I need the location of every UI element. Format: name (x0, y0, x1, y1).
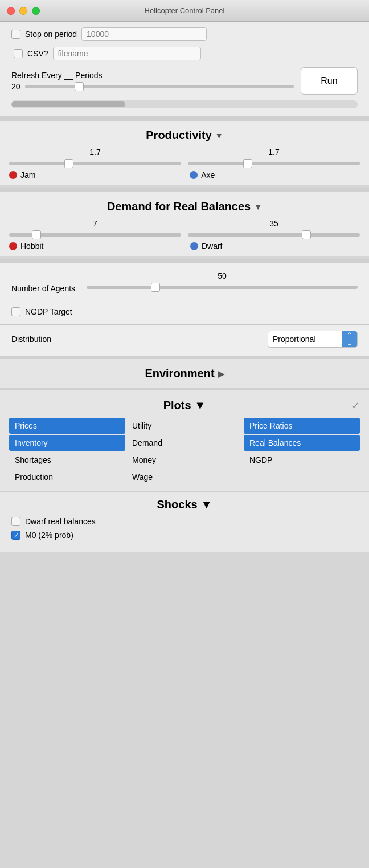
stop-on-period-label: Stop on period (25, 30, 77, 39)
hobbit-label: Hobbit (20, 242, 43, 251)
divider-1 (0, 116, 369, 121)
jam-slider-item: 1.7 (9, 148, 181, 167)
plot-item-money[interactable]: Money (126, 452, 243, 468)
plot-item-demand[interactable]: Demand (126, 435, 243, 451)
productivity-header: Productivity ▼ (0, 121, 369, 148)
m0-checkbox[interactable] (11, 531, 20, 540)
jam-dot (9, 171, 17, 179)
axe-label: Axe (201, 170, 215, 180)
hobbit-dot (9, 242, 17, 250)
ngdp-row: NGDP Target (0, 301, 369, 324)
scrollbar[interactable] (11, 100, 358, 108)
plot-item-production[interactable]: Production (9, 469, 125, 485)
productivity-legend: Jam Axe (9, 170, 360, 180)
ngdp-label: NGDP Target (25, 307, 72, 316)
environment-title: Environment (145, 367, 214, 380)
distribution-select-arrow-icon: ⌃⌄ (342, 331, 357, 347)
jam-value: 1.7 (9, 148, 181, 157)
agents-row: Number of Agents 50 (11, 271, 358, 293)
plot-item-prices[interactable]: Prices (9, 418, 125, 434)
demand-sliders: 7 35 Hobbit Dwarf (0, 219, 369, 256)
refresh-label: Refresh Every __ Periods (11, 71, 294, 80)
shocks-section: Shocks ▼ Dwarf real balances M0 (2% prob… (0, 492, 369, 552)
demand-slider-row: 7 35 (9, 219, 360, 238)
stop-on-period-checkbox[interactable] (11, 30, 20, 39)
window-title: Helicopter Control Panel (145, 6, 225, 15)
jam-legend: Jam (9, 170, 35, 180)
dwarf-balances-checkbox[interactable] (11, 517, 20, 526)
dwarf-slider-item: 35 (188, 219, 360, 238)
distribution-label: Distribution (11, 335, 51, 344)
refresh-row: Refresh Every __ Periods 20 Run (11, 67, 358, 95)
dwarf-label: Dwarf (202, 242, 223, 251)
productivity-sliders: 1.7 1.7 Jam Axe (0, 148, 369, 185)
plot-item-wage[interactable]: Wage (126, 469, 243, 485)
shocks-arrow-icon[interactable]: ▼ (201, 498, 212, 511)
plot-item-utility[interactable]: Utility (126, 418, 243, 434)
plots-grid: Prices Utility Price Ratios Inventory De… (9, 418, 360, 485)
jam-label: Jam (20, 170, 35, 180)
csv-row: CSV? (11, 47, 358, 60)
agents-label: Number of Agents (11, 271, 75, 293)
refresh-value: 20 (11, 82, 20, 91)
agents-section: Number of Agents 50 (0, 263, 369, 301)
dwarf-slider[interactable] (188, 233, 360, 237)
axe-slider[interactable] (188, 162, 360, 165)
environment-section: Environment ▶ (0, 359, 369, 388)
stop-on-period-input[interactable] (81, 27, 207, 41)
agents-value: 50 (87, 271, 358, 280)
environment-header: Environment ▶ (11, 367, 358, 380)
plots-arrow-icon[interactable]: ▼ (195, 399, 206, 412)
plot-item-empty (244, 469, 360, 485)
ngdp-checkbox[interactable] (11, 307, 20, 316)
demand-legend: Hobbit Dwarf (9, 242, 360, 251)
demand-section: Demand for Real Balances ▼ 7 35 Hobbit D… (0, 192, 369, 256)
shock-row-m0: M0 (2% prob) (11, 531, 358, 540)
hobbit-slider-item: 7 (9, 219, 181, 238)
distribution-select-wrap: Proportional Equal Random ⌃⌄ (268, 331, 358, 348)
plot-item-ngdp[interactable]: NGDP (244, 452, 360, 468)
refresh-slider[interactable] (25, 85, 294, 88)
environment-arrow-icon[interactable]: ▶ (218, 369, 224, 378)
hobbit-slider[interactable] (9, 233, 181, 237)
divider-3 (0, 259, 369, 263)
plots-title: Plots (163, 399, 191, 412)
plot-item-shortages[interactable]: Shortages (9, 452, 125, 468)
productivity-slider-row: 1.7 1.7 (9, 148, 360, 167)
productivity-title: Productivity (146, 129, 212, 142)
agents-slider[interactable] (87, 286, 358, 289)
jam-slider[interactable] (9, 162, 181, 165)
run-button[interactable]: Run (301, 67, 358, 95)
title-bar: Helicopter Control Panel (0, 0, 369, 22)
scrollbar-thumb (11, 101, 125, 107)
minimize-button[interactable] (19, 7, 27, 15)
demand-title: Demand for Real Balances (107, 200, 251, 213)
close-button[interactable] (7, 7, 15, 15)
plot-item-inventory[interactable]: Inventory (9, 435, 125, 451)
dwarf-dot (190, 242, 198, 250)
plots-header: Plots ▼ ✓ (9, 396, 360, 415)
dwarf-balances-label: Dwarf real balances (25, 517, 96, 526)
csv-checkbox[interactable] (14, 49, 23, 58)
axe-slider-item: 1.7 (188, 148, 360, 167)
divider-2 (0, 188, 369, 192)
shocks-header: Shocks ▼ (11, 498, 358, 511)
plots-title-wrap: Plots ▼ (163, 399, 206, 412)
agents-slider-wrap: 50 (87, 271, 358, 291)
plot-item-real-balances[interactable]: Real Balances (244, 435, 360, 451)
axe-dot (190, 171, 198, 179)
distribution-select[interactable]: Proportional Equal Random (268, 332, 342, 346)
demand-header: Demand for Real Balances ▼ (0, 192, 369, 219)
plots-section: Plots ▼ ✓ Prices Utility Price Ratios In… (0, 390, 369, 491)
demand-arrow-icon[interactable]: ▼ (254, 202, 262, 211)
productivity-section: Productivity ▼ 1.7 1.7 Jam Axe (0, 121, 369, 185)
csv-label: CSV? (27, 49, 48, 58)
csv-input[interactable] (53, 47, 201, 60)
plot-item-price-ratios[interactable]: Price Ratios (244, 418, 360, 434)
productivity-arrow-icon[interactable]: ▼ (215, 131, 223, 140)
axe-legend: Axe (190, 170, 215, 180)
maximize-button[interactable] (32, 7, 40, 15)
plots-checkmark-icon[interactable]: ✓ (351, 400, 360, 412)
distribution-row: Distribution Proportional Equal Random ⌃… (0, 325, 369, 356)
hobbit-value: 7 (9, 219, 181, 228)
